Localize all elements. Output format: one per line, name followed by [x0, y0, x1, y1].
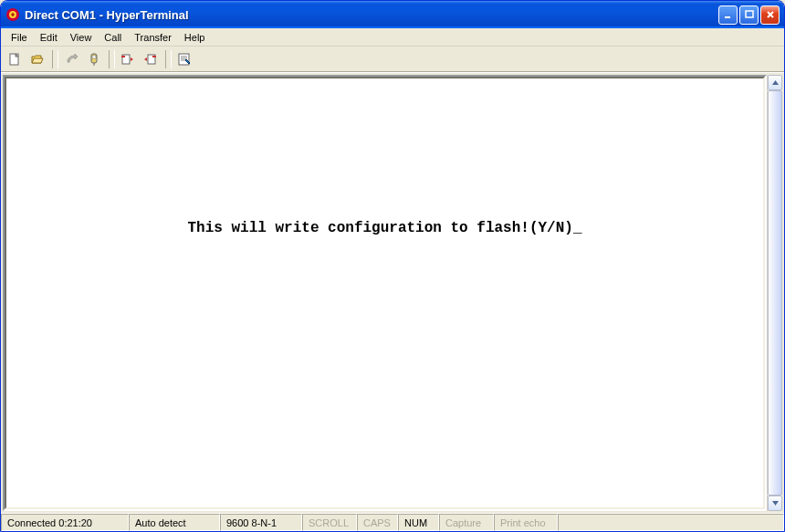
status-spacer [558, 514, 784, 531]
svg-rect-2 [725, 16, 730, 18]
menubar: File Edit View Call Transfer Help [1, 28, 784, 47]
connect-icon[interactable] [61, 49, 81, 69]
svg-rect-9 [121, 56, 125, 57]
menu-edit[interactable]: Edit [34, 30, 64, 45]
content-area: This will write configuration to flash!(… [1, 72, 784, 513]
vertical-scrollbar[interactable] [767, 75, 782, 511]
status-caps: CAPS [357, 514, 398, 531]
open-icon[interactable] [27, 49, 47, 69]
close-button[interactable] [760, 5, 780, 25]
status-scroll: SCROLL [302, 514, 357, 531]
maximize-button[interactable] [739, 5, 759, 25]
titlebar[interactable]: Direct COM1 - HyperTerminal [1, 1, 784, 28]
separator [109, 50, 110, 68]
menu-transfer[interactable]: Transfer [128, 30, 178, 45]
separator [52, 50, 53, 68]
status-port-settings: 9600 8-N-1 [220, 514, 302, 531]
receive-icon[interactable] [141, 49, 161, 69]
terminal[interactable]: This will write configuration to flash!(… [5, 77, 765, 509]
send-icon[interactable] [118, 49, 138, 69]
window-controls [718, 5, 780, 25]
window-title: Direct COM1 - HyperTerminal [25, 8, 718, 22]
status-printecho: Print echo [494, 514, 558, 531]
status-capture: Capture [439, 514, 494, 531]
new-icon[interactable] [5, 49, 25, 69]
menu-help[interactable]: Help [178, 30, 212, 45]
terminal-frame: This will write configuration to flash!(… [3, 75, 767, 511]
svg-rect-12 [179, 54, 189, 65]
menu-file[interactable]: File [5, 30, 34, 45]
svg-rect-7 [92, 56, 96, 58]
statusbar: Connected 0:21:20 Auto detect 9600 8-N-1… [1, 513, 784, 531]
svg-rect-11 [152, 56, 156, 57]
separator [165, 50, 166, 68]
svg-rect-3 [746, 11, 753, 17]
status-connection: Connected 0:21:20 [1, 514, 129, 531]
status-num: NUM [398, 514, 439, 531]
main-window: Direct COM1 - HyperTerminal File Edit Vi… [0, 0, 785, 532]
scroll-up-icon[interactable] [768, 75, 782, 90]
toolbar [1, 47, 784, 72]
status-autodetect: Auto detect [129, 514, 220, 531]
scroll-down-icon[interactable] [768, 495, 782, 511]
terminal-text: This will write configuration to flash!(… [6, 220, 763, 236]
scroll-thumb[interactable] [768, 90, 782, 495]
menu-view[interactable]: View [64, 30, 99, 45]
scroll-track[interactable] [768, 90, 782, 495]
disconnect-icon[interactable] [84, 49, 104, 69]
menu-call[interactable]: Call [98, 30, 128, 45]
app-icon [5, 7, 20, 22]
properties-icon[interactable] [174, 49, 194, 69]
minimize-button[interactable] [718, 5, 738, 25]
